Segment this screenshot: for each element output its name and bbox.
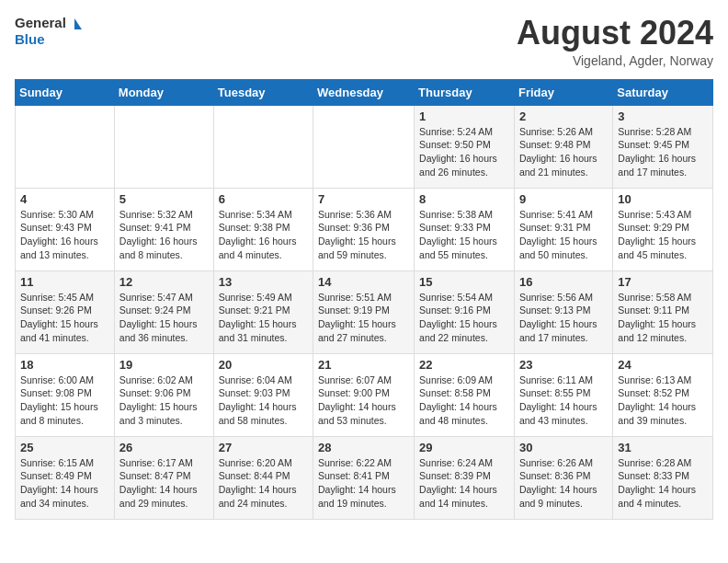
day-info: Sunrise: 5:56 AM Sunset: 9:13 PM Dayligh… [519, 291, 608, 345]
calendar-cell: 13Sunrise: 5:49 AM Sunset: 9:21 PM Dayli… [213, 270, 313, 353]
calendar-cell: 7Sunrise: 5:36 AM Sunset: 9:36 PM Daylig… [313, 188, 415, 270]
day-info: Sunrise: 6:13 AM Sunset: 8:52 PM Dayligh… [618, 373, 708, 428]
day-info: Sunrise: 5:58 AM Sunset: 9:11 PM Dayligh… [618, 291, 708, 345]
day-info: Sunrise: 5:43 AM Sunset: 9:29 PM Dayligh… [618, 208, 708, 262]
day-info: Sunrise: 5:26 AM Sunset: 9:48 PM Dayligh… [519, 125, 608, 179]
day-info: Sunrise: 5:28 AM Sunset: 9:45 PM Dayligh… [618, 125, 708, 179]
calendar-cell: 19Sunrise: 6:02 AM Sunset: 9:06 PM Dayli… [114, 353, 213, 436]
day-info: Sunrise: 6:28 AM Sunset: 8:33 PM Dayligh… [618, 456, 708, 511]
day-number: 14 [318, 275, 409, 289]
weekday-header-friday: Friday [514, 79, 612, 105]
day-info: Sunrise: 6:02 AM Sunset: 9:06 PM Dayligh… [119, 373, 209, 428]
calendar-cell: 9Sunrise: 5:41 AM Sunset: 9:31 PM Daylig… [514, 188, 612, 270]
weekday-header-sunday: Sunday [16, 79, 115, 105]
month-year-title: August 2024 [517, 15, 713, 52]
day-number: 10 [618, 192, 708, 206]
day-number: 16 [519, 275, 608, 289]
day-info: Sunrise: 5:54 AM Sunset: 9:16 PM Dayligh… [419, 291, 509, 345]
day-number: 19 [119, 358, 209, 372]
calendar-week-row: 11Sunrise: 5:45 AM Sunset: 9:26 PM Dayli… [16, 270, 713, 353]
day-number: 3 [618, 109, 708, 123]
calendar-cell: 29Sunrise: 6:24 AM Sunset: 8:39 PM Dayli… [415, 436, 515, 519]
day-number: 11 [20, 275, 109, 289]
weekday-header-row: SundayMondayTuesdayWednesdayThursdayFrid… [16, 79, 713, 105]
location-subtitle: Vigeland, Agder, Norway [517, 53, 713, 68]
day-number: 24 [618, 358, 708, 372]
calendar-cell: 31Sunrise: 6:28 AM Sunset: 8:33 PM Dayli… [613, 436, 713, 519]
calendar-cell: 27Sunrise: 6:20 AM Sunset: 8:44 PM Dayli… [213, 436, 313, 519]
day-number: 15 [419, 275, 509, 289]
day-info: Sunrise: 6:07 AM Sunset: 9:00 PM Dayligh… [318, 373, 409, 428]
logo: General Blue [15, 15, 83, 48]
day-number: 17 [618, 275, 708, 289]
calendar-cell [16, 105, 115, 188]
calendar-cell: 17Sunrise: 5:58 AM Sunset: 9:11 PM Dayli… [613, 270, 713, 353]
day-info: Sunrise: 5:47 AM Sunset: 9:24 PM Dayligh… [119, 291, 209, 345]
day-number: 12 [119, 275, 209, 289]
day-number: 27 [219, 441, 308, 454]
calendar-cell: 20Sunrise: 6:04 AM Sunset: 9:03 PM Dayli… [213, 353, 313, 436]
weekday-header-saturday: Saturday [613, 79, 713, 105]
day-number: 23 [519, 358, 608, 372]
day-number: 5 [119, 192, 209, 206]
day-info: Sunrise: 6:24 AM Sunset: 8:39 PM Dayligh… [419, 456, 509, 511]
day-info: Sunrise: 6:04 AM Sunset: 9:03 PM Dayligh… [219, 373, 308, 428]
day-number: 28 [318, 441, 409, 454]
day-info: Sunrise: 5:36 AM Sunset: 9:36 PM Dayligh… [318, 208, 409, 262]
day-info: Sunrise: 6:09 AM Sunset: 8:58 PM Dayligh… [419, 373, 509, 428]
day-info: Sunrise: 5:41 AM Sunset: 9:31 PM Dayligh… [519, 208, 608, 262]
calendar-cell: 15Sunrise: 5:54 AM Sunset: 9:16 PM Dayli… [415, 270, 515, 353]
day-number: 20 [219, 358, 308, 372]
calendar-cell: 28Sunrise: 6:22 AM Sunset: 8:41 PM Dayli… [313, 436, 415, 519]
calendar-cell: 18Sunrise: 6:00 AM Sunset: 9:08 PM Dayli… [16, 353, 115, 436]
calendar-cell: 30Sunrise: 6:26 AM Sunset: 8:36 PM Dayli… [514, 436, 612, 519]
calendar-cell: 22Sunrise: 6:09 AM Sunset: 8:58 PM Dayli… [415, 353, 515, 436]
calendar-cell: 11Sunrise: 5:45 AM Sunset: 9:26 PM Dayli… [16, 270, 115, 353]
calendar-cell [313, 105, 415, 188]
svg-marker-0 [74, 18, 82, 29]
weekday-header-thursday: Thursday [415, 79, 515, 105]
day-number: 21 [318, 358, 409, 372]
calendar-table: SundayMondayTuesdayWednesdayThursdayFrid… [15, 79, 713, 520]
calendar-cell: 21Sunrise: 6:07 AM Sunset: 9:00 PM Dayli… [313, 353, 415, 436]
logo-text: General Blue [15, 15, 83, 48]
day-number: 6 [219, 192, 308, 206]
calendar-cell: 24Sunrise: 6:13 AM Sunset: 8:52 PM Dayli… [613, 353, 713, 436]
calendar-cell: 16Sunrise: 5:56 AM Sunset: 9:13 PM Dayli… [514, 270, 612, 353]
day-info: Sunrise: 6:26 AM Sunset: 8:36 PM Dayligh… [519, 456, 608, 511]
day-info: Sunrise: 5:38 AM Sunset: 9:33 PM Dayligh… [419, 208, 509, 262]
calendar-header: SundayMondayTuesdayWednesdayThursdayFrid… [16, 79, 713, 105]
calendar-week-row: 25Sunrise: 6:15 AM Sunset: 8:49 PM Dayli… [16, 436, 713, 519]
day-info: Sunrise: 5:45 AM Sunset: 9:26 PM Dayligh… [20, 291, 109, 345]
calendar-week-row: 4Sunrise: 5:30 AM Sunset: 9:43 PM Daylig… [16, 188, 713, 270]
day-info: Sunrise: 6:22 AM Sunset: 8:41 PM Dayligh… [318, 456, 409, 511]
day-number: 1 [419, 109, 509, 123]
day-info: Sunrise: 5:30 AM Sunset: 9:43 PM Dayligh… [20, 208, 109, 262]
calendar-cell: 26Sunrise: 6:17 AM Sunset: 8:47 PM Dayli… [114, 436, 213, 519]
day-number: 4 [20, 192, 109, 206]
day-number: 7 [318, 192, 409, 206]
calendar-cell: 5Sunrise: 5:32 AM Sunset: 9:41 PM Daylig… [114, 188, 213, 270]
day-number: 9 [519, 192, 608, 206]
day-number: 26 [119, 441, 209, 454]
calendar-body: 1Sunrise: 5:24 AM Sunset: 9:50 PM Daylig… [16, 105, 713, 519]
day-info: Sunrise: 6:15 AM Sunset: 8:49 PM Dayligh… [20, 456, 109, 511]
calendar-week-row: 18Sunrise: 6:00 AM Sunset: 9:08 PM Dayli… [16, 353, 713, 436]
day-info: Sunrise: 5:51 AM Sunset: 9:19 PM Dayligh… [318, 291, 409, 345]
calendar-cell: 2Sunrise: 5:26 AM Sunset: 9:48 PM Daylig… [514, 105, 612, 188]
calendar-cell: 1Sunrise: 5:24 AM Sunset: 9:50 PM Daylig… [415, 105, 515, 188]
day-number: 25 [20, 441, 109, 454]
calendar-cell: 4Sunrise: 5:30 AM Sunset: 9:43 PM Daylig… [16, 188, 115, 270]
weekday-header-tuesday: Tuesday [213, 79, 313, 105]
day-info: Sunrise: 5:24 AM Sunset: 9:50 PM Dayligh… [419, 125, 509, 179]
title-block: August 2024 Vigeland, Agder, Norway [517, 15, 713, 68]
calendar-cell: 14Sunrise: 5:51 AM Sunset: 9:19 PM Dayli… [313, 270, 415, 353]
calendar-cell [213, 105, 313, 188]
day-info: Sunrise: 6:11 AM Sunset: 8:55 PM Dayligh… [519, 373, 608, 428]
day-number: 30 [519, 441, 608, 454]
calendar-cell: 6Sunrise: 5:34 AM Sunset: 9:38 PM Daylig… [213, 188, 313, 270]
day-number: 8 [419, 192, 509, 206]
day-number: 31 [618, 441, 708, 454]
calendar-cell [114, 105, 213, 188]
calendar-cell: 25Sunrise: 6:15 AM Sunset: 8:49 PM Dayli… [16, 436, 115, 519]
